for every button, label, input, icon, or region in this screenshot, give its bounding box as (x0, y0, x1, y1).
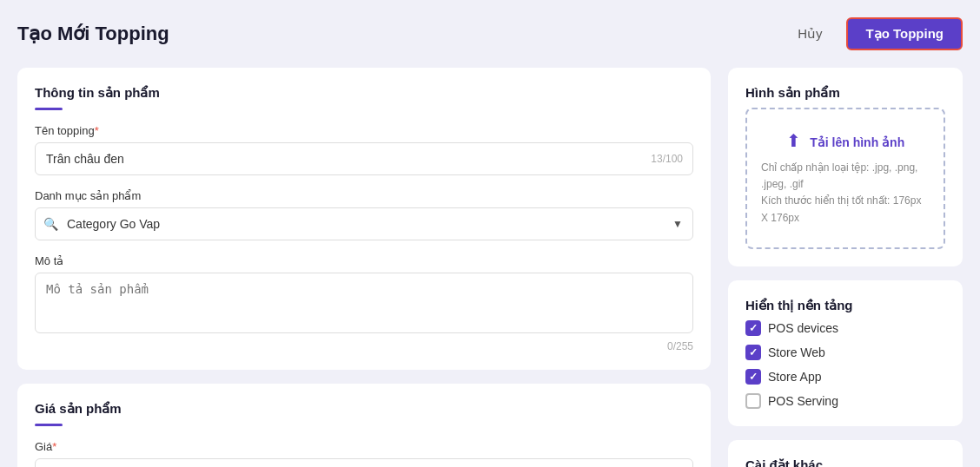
pos-devices-label: POS devices (768, 321, 838, 335)
pos-devices-checkbox[interactable] (745, 320, 761, 336)
product-info-card: Thông tin sản phẩm Tên topping* 13/100 D… (17, 68, 711, 370)
pos-serving-label: POS Serving (768, 394, 838, 408)
platform-list: POS devices Store Web Store App POS Serv… (745, 320, 945, 409)
product-info-divider (35, 108, 63, 110)
platform-store-app: Store App (745, 369, 945, 385)
category-select-wrapper: 🔍 Category Go Vap ▼ (35, 207, 693, 240)
topping-name-char-count: 13/100 (651, 153, 683, 165)
platform-store-web: Store Web (745, 345, 945, 360)
other-settings-card: Cài đặt khác In tem món ⓘ (728, 440, 963, 467)
topping-name-label: Tên topping* (35, 124, 693, 137)
description-label: Mô tả (35, 254, 693, 267)
price-input[interactable] (35, 458, 693, 467)
upload-hint: Chỉ chấp nhận loại tệp: .jpg, .png,.jpeg… (761, 160, 930, 227)
description-char-count: 0/255 (35, 340, 693, 352)
upload-trigger[interactable]: ⬆ Tải lên hình ảnh (761, 130, 930, 151)
platform-pos-devices: POS devices (745, 320, 945, 336)
main-layout: Thông tin sản phẩm Tên topping* 13/100 D… (17, 68, 963, 467)
price-required-star: * (52, 440, 56, 453)
product-image-card: Hình sản phẩm ⬆ Tải lên hình ảnh Chỉ chấ… (728, 68, 963, 266)
create-topping-button[interactable]: Tạo Topping (846, 17, 963, 50)
product-info-title: Thông tin sản phẩm (35, 85, 693, 101)
store-app-label: Store App (768, 370, 822, 384)
required-star: * (95, 124, 99, 137)
price-input-wrapper: VND (35, 458, 693, 467)
page-header: Tạo Mới Topping Hủy Tạo Topping (17, 17, 963, 50)
platform-pos-serving: POS Serving (745, 393, 945, 409)
display-platforms-card: Hiển thị nền tảng POS devices Store Web … (728, 280, 963, 426)
description-group: Mô tả 0/255 (35, 254, 693, 352)
description-input[interactable] (35, 273, 693, 333)
topping-name-group: Tên topping* 13/100 (35, 124, 693, 175)
category-select[interactable]: Category Go Vap (35, 207, 693, 240)
other-settings-title: Cài đặt khác (745, 457, 945, 467)
page-title: Tạo Mới Topping (17, 23, 169, 45)
image-section-title: Hình sản phẩm (745, 85, 945, 101)
upload-area[interactable]: ⬆ Tải lên hình ảnh Chỉ chấp nhận loại tệ… (745, 108, 945, 249)
store-app-checkbox[interactable] (745, 369, 761, 385)
upload-icon: ⬆ (786, 131, 801, 150)
price-group: Giá* VND (35, 440, 693, 467)
search-icon: 🔍 (43, 217, 58, 231)
header-actions: Hủy Tạo Topping (787, 17, 963, 50)
topping-name-input-wrapper: 13/100 (35, 142, 693, 175)
price-label: Giá* (35, 440, 693, 453)
price-divider (35, 424, 63, 426)
cancel-button[interactable]: Hủy (787, 21, 832, 47)
category-group: Danh mục sản phẩm 🔍 Category Go Vap ▼ (35, 189, 693, 240)
price-card: Giá sản phẩm Giá* VND (17, 384, 711, 467)
left-panel: Thông tin sản phẩm Tên topping* 13/100 D… (17, 68, 711, 467)
store-web-label: Store Web (768, 345, 825, 359)
category-label: Danh mục sản phẩm (35, 189, 693, 202)
price-section-title: Giá sản phẩm (35, 401, 693, 417)
platforms-title: Hiển thị nền tảng (745, 298, 945, 313)
right-panel: Hình sản phẩm ⬆ Tải lên hình ảnh Chỉ chấ… (728, 68, 963, 467)
store-web-checkbox[interactable] (745, 345, 761, 360)
pos-serving-checkbox[interactable] (745, 393, 761, 409)
upload-label: Tải lên hình ảnh (810, 135, 904, 149)
topping-name-input[interactable] (35, 142, 693, 175)
